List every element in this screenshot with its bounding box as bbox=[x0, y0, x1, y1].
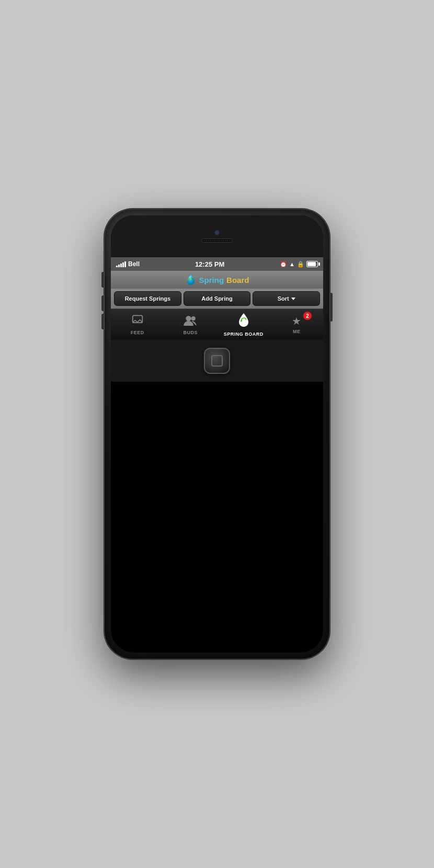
home-icon bbox=[211, 355, 223, 367]
logo-spring-text: Spring bbox=[199, 276, 224, 284]
svg-point-14 bbox=[186, 315, 191, 321]
bar-1 bbox=[116, 266, 118, 267]
status-left: Bell bbox=[116, 260, 140, 268]
top-bezel bbox=[111, 215, 323, 257]
logo-board-text: Board bbox=[226, 276, 249, 284]
bar-5 bbox=[124, 261, 126, 267]
svg-point-16 bbox=[241, 320, 242, 322]
battery-indicator bbox=[306, 261, 318, 267]
svg-point-0 bbox=[188, 280, 190, 281]
nav-me[interactable]: 2 ★ ME bbox=[270, 309, 324, 340]
logo-drop-icon bbox=[185, 274, 197, 285]
bottom-bezel bbox=[111, 340, 323, 382]
svg-point-15 bbox=[191, 316, 196, 321]
buds-label: BUDS bbox=[183, 330, 198, 335]
lock-icon: 🔒 bbox=[297, 261, 304, 268]
carrier-label: Bell bbox=[128, 260, 140, 268]
sort-label: Sort bbox=[278, 295, 289, 302]
request-springs-button[interactable]: Request Springs bbox=[114, 291, 181, 306]
nav-buds[interactable]: BUDS bbox=[164, 309, 218, 340]
phone-frame: Bell 12:25 PM ⏰ ▲ 🔒 bbox=[105, 209, 329, 659]
feed-label: FEED bbox=[131, 330, 144, 335]
bar-3 bbox=[120, 264, 122, 267]
nav-feed[interactable]: FEED bbox=[111, 309, 164, 340]
camera bbox=[214, 230, 220, 235]
me-badge: 2 bbox=[303, 312, 312, 320]
sort-arrow-icon bbox=[291, 298, 295, 300]
me-icon: ★ bbox=[292, 315, 301, 327]
me-label: ME bbox=[293, 329, 301, 334]
app-header: Spring Board bbox=[111, 271, 323, 289]
app-logo: Spring Board bbox=[185, 274, 249, 285]
add-spring-button[interactable]: Add Spring bbox=[184, 291, 251, 306]
toolbar: Request Springs Add Spring Sort bbox=[111, 289, 323, 309]
springboard-label: SPRING BOARD bbox=[224, 332, 264, 337]
status-bar: Bell 12:25 PM ⏰ ▲ 🔒 bbox=[111, 257, 323, 271]
speaker bbox=[201, 238, 233, 243]
springboard-icon bbox=[237, 313, 250, 330]
location-icon: ▲ bbox=[289, 261, 295, 267]
bottom-nav: FEED BUDS bbox=[111, 309, 323, 340]
nav-springboard[interactable]: SPRING BOARD bbox=[217, 309, 270, 340]
phone-screen: Bell 12:25 PM ⏰ ▲ 🔒 bbox=[111, 215, 323, 653]
buds-icon bbox=[183, 314, 198, 328]
bar-4 bbox=[122, 262, 124, 267]
sort-button[interactable]: Sort bbox=[253, 291, 320, 306]
signal-bars bbox=[116, 261, 126, 267]
home-button[interactable] bbox=[204, 348, 230, 374]
battery-fill bbox=[307, 262, 316, 266]
clock-icon: ⏰ bbox=[280, 261, 287, 268]
status-right: ⏰ ▲ 🔒 bbox=[280, 261, 318, 268]
bar-2 bbox=[118, 265, 120, 267]
feed-icon bbox=[131, 314, 144, 328]
time-display: 12:25 PM bbox=[195, 260, 224, 268]
